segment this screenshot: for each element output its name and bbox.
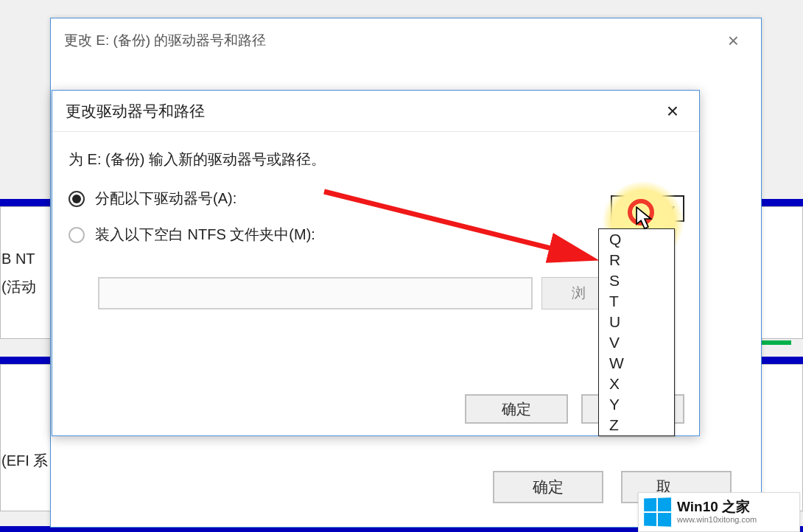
radio-assign-label: 分配以下驱动器号(A):: [95, 189, 236, 209]
radio-assign-letter-row[interactable]: 分配以下驱动器号(A):: [69, 189, 683, 209]
watermark-url: www.win10xitong.com: [677, 515, 757, 525]
drive-letter-option[interactable]: Z: [599, 415, 674, 435]
watermark-title: Win10 之家: [677, 500, 757, 514]
bg-partition-label-2: (活动: [1, 277, 36, 297]
windows-logo-icon: [644, 497, 671, 526]
bg-partition-label-1: B NT: [1, 251, 35, 267]
radio-unchecked-icon[interactable]: [69, 227, 85, 243]
radio-mount-folder-row[interactable]: 装入以下空白 NTFS 文件夹中(M):: [69, 225, 683, 245]
drive-letter-option[interactable]: X: [599, 374, 674, 394]
mount-path-input: [98, 277, 533, 309]
drive-letter-option[interactable]: W: [599, 353, 674, 374]
radio-mount-label: 装入以下空白 NTFS 文件夹中(M):: [95, 225, 315, 245]
drive-letter-option[interactable]: R: [599, 250, 674, 270]
drive-letter-options-list[interactable]: QRSTUVWXYZ: [598, 228, 675, 436]
radio-checked-icon[interactable]: [69, 191, 85, 207]
inner-ok-button[interactable]: 确定: [465, 394, 568, 424]
drive-letter-dropdown[interactable]: E ▼: [611, 195, 684, 222]
drive-letter-option[interactable]: S: [599, 270, 674, 291]
chevron-down-icon: ▼: [661, 203, 683, 214]
close-icon[interactable]: ×: [719, 25, 748, 57]
drive-letter-option[interactable]: V: [599, 332, 674, 353]
outer-dialog-title: 更改 E: (备份) 的驱动器号和路径: [64, 31, 719, 50]
outer-titlebar[interactable]: 更改 E: (备份) 的驱动器号和路径 ×: [51, 18, 761, 63]
inner-dialog-title: 更改驱动器号和路径: [66, 101, 659, 122]
drive-letter-value: E: [612, 200, 661, 217]
bg-efi-label: (EFI 系: [1, 451, 48, 471]
drive-letter-option[interactable]: Y: [599, 394, 674, 415]
drive-letter-option[interactable]: U: [599, 312, 674, 332]
drive-letter-option[interactable]: T: [599, 291, 674, 312]
outer-ok-button[interactable]: 确定: [493, 471, 603, 503]
inner-titlebar[interactable]: 更改驱动器号和路径 ×: [52, 91, 699, 132]
watermark-badge: Win10 之家 www.win10xitong.com: [638, 492, 800, 532]
close-icon[interactable]: ×: [659, 97, 686, 126]
prompt-text: 为 E: (备份) 输入新的驱动器号或路径。: [69, 150, 683, 169]
drive-letter-option[interactable]: Q: [599, 229, 674, 250]
